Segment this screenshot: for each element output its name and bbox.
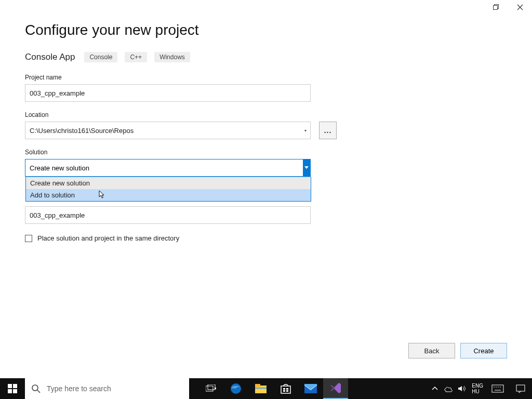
svg-rect-18: [283, 390, 285, 392]
start-button[interactable]: [0, 378, 25, 399]
language-indicator[interactable]: ENG HU: [469, 383, 486, 394]
page-title: Configure your new project: [25, 22, 507, 38]
svg-rect-17: [286, 388, 288, 390]
tray-volume-icon[interactable]: [455, 378, 469, 399]
language-top: ENG: [472, 383, 483, 389]
svg-rect-15: [281, 386, 290, 393]
solution-option-create-new[interactable]: Create new solution: [26, 177, 311, 189]
visual-studio-icon[interactable]: [323, 378, 348, 399]
solution-selected-value: Create new solution: [25, 159, 303, 176]
language-bottom: HU: [472, 389, 479, 394]
svg-rect-9: [208, 384, 215, 390]
edge-icon[interactable]: [223, 378, 248, 399]
restore-window-button[interactable]: [484, 0, 508, 15]
tag-cpp: C++: [125, 52, 147, 62]
solution-dropdown-button[interactable]: [303, 159, 310, 176]
file-explorer-icon[interactable]: [248, 378, 273, 399]
project-type-label: Console App: [25, 52, 75, 62]
cursor-icon: [99, 190, 106, 200]
taskbar: Type here to search ENG HU: [0, 378, 532, 399]
location-label: Location: [25, 111, 507, 118]
close-window-button[interactable]: [508, 0, 532, 15]
back-button[interactable]: Back: [408, 343, 455, 358]
search-icon: [31, 384, 41, 393]
svg-rect-16: [283, 388, 285, 390]
same-directory-checkbox[interactable]: [25, 235, 32, 242]
svg-rect-10: [215, 388, 216, 389]
svg-rect-3: [13, 384, 17, 388]
svg-rect-13: [255, 384, 260, 387]
project-name-label: Project name: [25, 74, 507, 81]
svg-rect-4: [8, 389, 12, 393]
svg-rect-1: [494, 6, 498, 10]
tray-onedrive-icon[interactable]: [442, 378, 455, 399]
task-view-button[interactable]: [198, 378, 223, 399]
location-combo[interactable]: C:\Users\christo161\Source\Repos ▾: [25, 122, 311, 139]
browse-location-button[interactable]: ...: [319, 122, 337, 139]
project-name-input[interactable]: 003_cpp_example: [25, 84, 311, 102]
svg-rect-2: [8, 384, 12, 388]
tag-console: Console: [84, 52, 117, 62]
svg-rect-14: [255, 388, 267, 389]
taskbar-search-placeholder: Type here to search: [47, 384, 111, 393]
chevron-down-icon: ▾: [301, 128, 310, 133]
create-button[interactable]: Create: [460, 343, 507, 358]
solution-label: Solution: [25, 149, 507, 156]
svg-rect-5: [13, 389, 17, 393]
action-center-icon[interactable]: [509, 384, 532, 393]
svg-rect-19: [286, 390, 288, 392]
taskbar-search[interactable]: Type here to search: [25, 378, 189, 399]
solution-combo[interactable]: Create new solution Create new solution …: [25, 159, 311, 177]
solution-option-add-label: Add to solution: [30, 191, 75, 199]
svg-rect-27: [516, 385, 525, 391]
tray-keyboard-icon[interactable]: [486, 378, 509, 399]
svg-rect-12: [255, 385, 267, 393]
location-value: C:\Users\christo161\Source\Repos: [25, 127, 301, 135]
svg-rect-8: [206, 386, 213, 391]
same-directory-label: Place solution and project in the same d…: [37, 234, 179, 242]
solution-dropdown-list: Create new solution Add to solution: [25, 177, 311, 202]
svg-line-7: [37, 390, 40, 393]
solution-option-add-to-solution[interactable]: Add to solution: [26, 189, 311, 201]
tag-windows: Windows: [154, 52, 190, 62]
svg-point-6: [32, 385, 38, 391]
mail-icon[interactable]: [298, 378, 323, 399]
svg-rect-21: [492, 385, 503, 392]
store-icon[interactable]: [273, 378, 298, 399]
solution-name-input[interactable]: 003_cpp_example: [25, 206, 311, 224]
tray-chevron-up-icon[interactable]: [428, 378, 442, 399]
